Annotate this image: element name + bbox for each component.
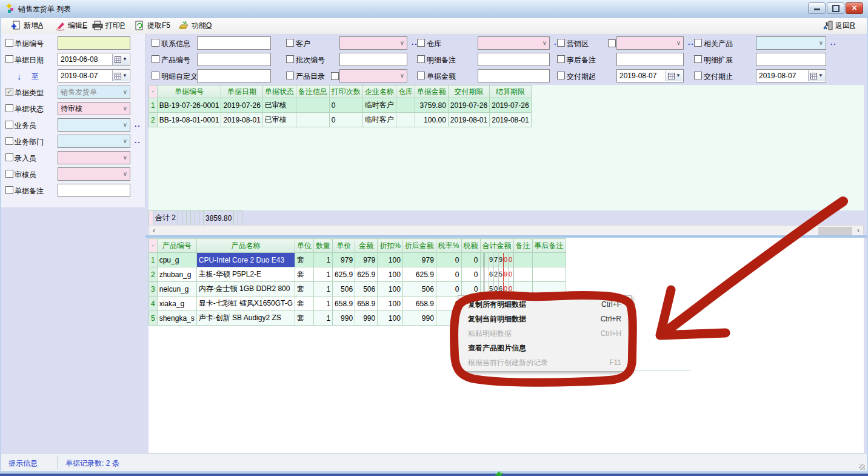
filter-checkbox-产品编号[interactable] bbox=[152, 55, 159, 63]
menu-item[interactable]: 查看产品图片信息 bbox=[458, 341, 631, 355]
main-column-header[interactable]: 仓库 bbox=[396, 85, 415, 98]
detail-column-header[interactable]: 税额 bbox=[461, 239, 480, 253]
table-row[interactable]: 1BB-19-07-26-00012019-07-26已审核0临时客户3759.… bbox=[149, 98, 532, 113]
product-name-cell[interactable]: CPU-Intel Core 2 Duo E43 bbox=[196, 253, 295, 267]
filter-field-联系信息[interactable] bbox=[197, 36, 271, 50]
filter-checkbox-相关产品[interactable] bbox=[694, 39, 702, 47]
chevron-down-icon[interactable]: ∨ bbox=[819, 37, 823, 49]
product-name-cell[interactable]: 显卡-七彩虹 镭风X1650GT-G bbox=[196, 297, 295, 311]
filter-field-交付期止[interactable]: 2019-08-07▼ bbox=[756, 69, 826, 82]
menu-item[interactable]: 复制当前明细数据Ctrl+R bbox=[458, 312, 631, 326]
chevron-down-icon[interactable]: ∨ bbox=[123, 168, 127, 180]
filter-field-审核员[interactable]: ∨ bbox=[58, 167, 130, 181]
filter-field-至[interactable]: 2019-08-07▼ bbox=[58, 69, 130, 82]
filter-field-批次编号[interactable] bbox=[339, 53, 407, 66]
detail-column-header[interactable]: 单位 bbox=[295, 239, 314, 253]
menu-item[interactable]: 复制所有明细数据Ctrl+F bbox=[458, 297, 631, 312]
detail-column-header[interactable]: 单价 bbox=[333, 239, 355, 253]
filter-field-事后备注[interactable] bbox=[616, 53, 684, 66]
scroll-right-icon[interactable]: › bbox=[853, 226, 863, 236]
scroll-left-icon[interactable]: ‹ bbox=[149, 226, 159, 236]
filter-checkbox-客户[interactable] bbox=[286, 39, 294, 47]
filter-field-业务员[interactable]: ∨ bbox=[58, 118, 130, 132]
detail-column-header[interactable]: 折扣% bbox=[378, 239, 403, 253]
filter-field-业务部门[interactable]: ∨ bbox=[58, 135, 130, 148]
main-column-header[interactable]: 结算期限 bbox=[490, 85, 531, 98]
filter-checkbox-事后备注[interactable] bbox=[557, 55, 565, 63]
filter-checkbox-单据日期[interactable] bbox=[5, 55, 13, 63]
filter-field-明细备注[interactable] bbox=[478, 53, 550, 66]
filter-field-单据编号[interactable] bbox=[58, 36, 130, 50]
chevron-down-icon[interactable]: ∨ bbox=[400, 70, 404, 82]
filter-field-产品编号[interactable] bbox=[197, 53, 271, 66]
filter-extra-checkbox-营销区[interactable] bbox=[608, 39, 616, 47]
detail-column-header[interactable]: 产品名称 bbox=[196, 239, 295, 253]
detail-column-header[interactable]: 合计金额 bbox=[480, 239, 513, 253]
main-column-header[interactable]: 打印次数 bbox=[329, 85, 362, 98]
filter-field-明细扩展[interactable] bbox=[756, 53, 826, 66]
detail-column-header[interactable]: 折后金额 bbox=[402, 239, 436, 253]
main-column-header[interactable]: 单据金额 bbox=[415, 85, 448, 98]
filter-checkbox-批次编号[interactable] bbox=[286, 55, 294, 63]
filter-field-明细自定义[interactable] bbox=[197, 69, 271, 82]
filter-field-单据备注[interactable] bbox=[58, 184, 130, 197]
chevron-down-icon[interactable]: ∨ bbox=[123, 102, 127, 115]
filter-checkbox-交付期止[interactable] bbox=[694, 72, 702, 79]
filter-checkbox-单据类型[interactable]: ✓ bbox=[5, 88, 13, 96]
detail-column-header[interactable]: 税率% bbox=[436, 239, 461, 253]
filter-field-交付期起[interactable]: 2019-08-07▼ bbox=[616, 69, 684, 82]
more-button-业务员[interactable]: .. bbox=[135, 120, 141, 129]
detail-column-header[interactable]: 金额 bbox=[355, 239, 378, 253]
main-column-header[interactable]: - bbox=[149, 85, 158, 98]
filter-checkbox-明细备注[interactable] bbox=[417, 55, 425, 63]
detail-row[interactable]: 3neicun_g内存-金士顿 1GB DDR2 800套15065061005… bbox=[149, 282, 566, 297]
detail-row[interactable]: 1cpu_gCPU-Intel Core 2 Duo E43套197997910… bbox=[149, 253, 566, 267]
filter-checkbox-仓库[interactable] bbox=[417, 39, 425, 47]
chevron-down-icon[interactable]: ∨ bbox=[400, 37, 404, 49]
filter-checkbox-审核员[interactable] bbox=[5, 170, 13, 178]
filter-field-客户[interactable]: ∨ bbox=[339, 36, 407, 50]
filter-checkbox-单据备注[interactable] bbox=[5, 186, 13, 194]
product-name-cell[interactable]: 声卡-创新 SB Audigy2 ZS bbox=[196, 311, 295, 326]
filter-field-单据金额[interactable] bbox=[478, 69, 550, 82]
filter-checkbox-明细自定义[interactable] bbox=[152, 72, 159, 79]
filter-checkbox-联系信息[interactable] bbox=[152, 39, 159, 47]
horizontal-scrollbar[interactable]: ‹ › bbox=[149, 225, 864, 236]
filter-extra-checkbox-产品目录[interactable] bbox=[331, 72, 339, 80]
calendar-icon[interactable]: ▼ bbox=[112, 70, 129, 81]
product-name-cell[interactable]: 主板-华硕 P5PL2-E bbox=[196, 267, 295, 282]
chevron-down-icon[interactable]: ∨ bbox=[123, 119, 127, 131]
filter-field-营销区[interactable]: ∨ bbox=[616, 36, 684, 50]
filter-checkbox-产品目录[interactable] bbox=[286, 72, 294, 79]
detail-row[interactable]: 2zhuban_g主板-华硕 P5PL2-E套1625.9625.9100625… bbox=[149, 267, 566, 282]
more-button-业务部门[interactable]: .. bbox=[135, 136, 141, 145]
filter-checkbox-单据状态[interactable] bbox=[5, 104, 13, 112]
filter-field-单据状态[interactable]: 待审核∨ bbox=[58, 102, 130, 115]
chevron-down-icon[interactable]: ∨ bbox=[676, 37, 681, 49]
filter-checkbox-录入员[interactable] bbox=[5, 153, 13, 161]
main-column-header[interactable]: 备注信息 bbox=[296, 85, 329, 98]
filter-field-录入员[interactable]: ∨ bbox=[58, 151, 130, 164]
detail-column-header[interactable]: 数量 bbox=[314, 239, 333, 253]
filter-field-单据类型[interactable]: 销售发货单∨ bbox=[58, 85, 130, 99]
chevron-down-icon[interactable]: ∨ bbox=[123, 152, 127, 164]
main-column-header[interactable]: 单据日期 bbox=[221, 85, 262, 98]
filter-checkbox-营销区[interactable] bbox=[557, 39, 565, 47]
filter-checkbox-交付期起[interactable] bbox=[557, 72, 565, 79]
filter-checkbox-单据金额[interactable] bbox=[417, 72, 425, 79]
calendar-icon[interactable]: ▼ bbox=[112, 54, 129, 65]
filter-checkbox-明细扩展[interactable] bbox=[694, 55, 702, 63]
main-column-header[interactable]: 单据编号 bbox=[157, 85, 221, 98]
more-button-相关产品[interactable]: .. bbox=[830, 38, 837, 47]
detail-column-header[interactable]: 备注 bbox=[513, 239, 532, 253]
filter-field-产品目录[interactable]: ∨ bbox=[339, 69, 407, 82]
table-row[interactable]: 2BB-19-08-01-00012019-08-01已审核0临时客户100.0… bbox=[149, 113, 532, 127]
filter-checkbox-业务部门[interactable] bbox=[5, 137, 13, 145]
detail-column-header[interactable]: 事后备注 bbox=[532, 239, 566, 253]
filter-field-仓库[interactable]: ∨ bbox=[478, 36, 550, 50]
scrollbar-thumb[interactable] bbox=[818, 227, 852, 235]
detail-column-header[interactable]: 产品编号 bbox=[157, 239, 196, 253]
detail-column-header[interactable]: - bbox=[149, 239, 158, 253]
main-column-header[interactable]: 企业名称 bbox=[362, 85, 396, 98]
chevron-down-icon[interactable]: ∨ bbox=[123, 135, 127, 147]
